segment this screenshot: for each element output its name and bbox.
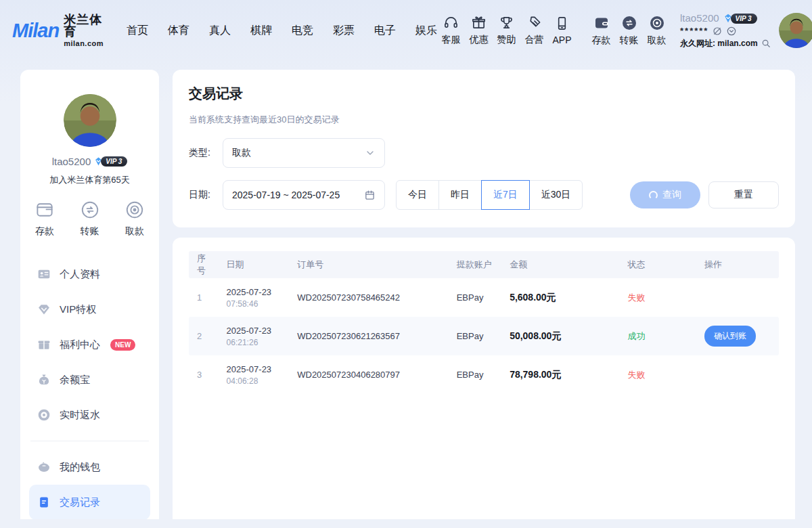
main-content: 交易记录 当前系统支持查询最近30日的交易记录 类型: 取款 日期: 2025-… [173, 70, 795, 519]
reset-button[interactable]: 重置 [708, 181, 779, 208]
range-today-button[interactable]: 今日 [396, 180, 439, 210]
header-customer-service[interactable]: 客服 [437, 15, 465, 46]
piggy-bank-icon [37, 460, 51, 474]
header-withdraw[interactable]: 取款 [643, 15, 671, 47]
type-select[interactable]: 取款 [223, 138, 385, 168]
range-30days-button[interactable]: 近30日 [529, 180, 583, 210]
query-button-label: 查询 [662, 189, 681, 201]
header-action-label: APP [553, 35, 572, 45]
sidebar-item-profile[interactable]: 个人资料 [29, 257, 150, 292]
range-yesterday-button[interactable]: 昨日 [438, 180, 482, 210]
wallet-icon [35, 200, 55, 220]
nav-esports[interactable]: 电竞 [292, 24, 313, 38]
row-status: 失败 [620, 369, 696, 381]
logo-domain-text: milan.com [64, 40, 104, 47]
header-action-label: 优惠 [470, 34, 489, 46]
nav-home[interactable]: 首页 [127, 24, 148, 38]
top-right-cluster: 客服 优惠 赞助 合营 APP [437, 13, 812, 49]
nav-slots[interactable]: 电子 [374, 24, 396, 38]
vip-level-pill: VIP 3 [731, 14, 757, 24]
quick-withdraw[interactable]: 取款 [125, 200, 145, 238]
filter-action-buttons: 查询 重置 [630, 181, 779, 208]
col-header-action: 操作 [696, 259, 779, 271]
header-transfer[interactable]: 转账 [615, 15, 643, 47]
query-button[interactable]: 查询 [630, 181, 700, 208]
sidebar-item-label: 实时返水 [60, 409, 100, 422]
gift-icon [37, 338, 51, 351]
user-avatar[interactable] [779, 13, 812, 48]
sidebar-item-transactions[interactable]: 交易记录 [29, 485, 150, 519]
id-card-icon [37, 267, 51, 281]
nav-sports[interactable]: 体育 [168, 24, 189, 38]
range-7days-button[interactable]: 近7日 [481, 180, 530, 210]
col-header-no: 序号 [189, 252, 219, 277]
table-row: 3 2025-07-23 04:06:28 WD2025072304062807… [189, 355, 779, 394]
sidebar-item-label: 福利中心 [60, 338, 100, 351]
sidebar-avatar[interactable] [64, 94, 116, 147]
header-partnership[interactable]: 合营 [520, 15, 548, 46]
rebate-circle-icon [37, 408, 51, 422]
row-time: 04:06:28 [227, 376, 281, 386]
new-badge: NEW [110, 339, 135, 351]
type-select-value: 取款 [232, 147, 251, 159]
wallet-icon [593, 15, 610, 31]
sidebar-item-label: 交易记录 [60, 496, 100, 509]
confirm-received-button[interactable]: 确认到账 [704, 326, 756, 347]
header-action-label: 合营 [525, 34, 544, 46]
filter-card: 交易记录 当前系统支持查询最近30日的交易记录 类型: 取款 日期: 2025-… [173, 70, 795, 227]
brand-logo[interactable]: Milan 米兰体育 milan.com [12, 14, 104, 47]
header-promotions[interactable]: 优惠 [465, 15, 493, 46]
vip-badge[interactable]: VIP 3 [723, 13, 757, 24]
row-index: 2 [189, 331, 219, 341]
chevron-down-circle-icon[interactable] [726, 26, 737, 37]
row-amount: 78,798.00元 [501, 369, 619, 381]
table-row: 2 2025-07-23 06:21:26 WD2025072306212635… [189, 317, 779, 355]
row-datetime: 2025-07-23 07:58:46 [219, 287, 290, 309]
quick-action-label: 转账 [81, 225, 99, 238]
sidebar-item-rebate[interactable]: 实时返水 [29, 397, 150, 433]
date-filter-row: 日期: 2025-07-19 ~ 2025-07-25 今日 昨日 近7日 近3… [189, 180, 779, 210]
header-sponsorship[interactable]: 赞助 [493, 15, 520, 46]
header-app-download[interactable]: APP [548, 16, 576, 45]
nav-cards[interactable]: 棋牌 [250, 24, 272, 38]
sidebar-vip-pill: VIP 3 [101, 156, 127, 167]
trophy-icon [499, 15, 514, 30]
sidebar-username: ltao5200 [52, 156, 91, 167]
row-order-no: WD202507230758465242 [289, 292, 448, 303]
header-deposit[interactable]: 存款 [587, 15, 615, 47]
sidebar-item-benefits[interactable]: 福利中心 NEW [29, 327, 150, 362]
page-title: 交易记录 [189, 85, 779, 103]
chevron-down-icon [365, 148, 376, 158]
page-subtitle: 当前系统支持查询最近30日的交易记录 [189, 114, 779, 126]
header-action-label: 赞助 [497, 34, 516, 46]
masked-balance-text: ****** [680, 26, 708, 36]
sidebar-item-wallet[interactable]: 我的钱包 [29, 449, 150, 485]
quick-deposit[interactable]: 存款 [35, 200, 55, 238]
magnifier-icon[interactable] [761, 39, 771, 48]
sidebar-item-yuebao[interactable]: 余额宝 [29, 362, 150, 397]
row-datetime: 2025-07-23 04:06:28 [219, 364, 290, 386]
row-date: 2025-07-23 [227, 326, 281, 336]
sidebar-vip-badge[interactable]: VIP 3 [93, 156, 127, 167]
top-bar: Milan 米兰体育 milan.com 首页 体育 真人 棋牌 电竞 彩票 电… [0, 0, 812, 61]
quick-transfer[interactable]: 转账 [80, 200, 100, 238]
row-time: 07:58:46 [227, 299, 281, 309]
row-action-cell: 确认到账 [696, 326, 779, 347]
nav-live[interactable]: 真人 [209, 24, 231, 38]
headset-icon [443, 15, 459, 30]
sidebar-item-label: VIP特权 [60, 303, 96, 316]
eye-off-icon[interactable] [712, 26, 723, 37]
transaction-note-icon [37, 496, 51, 509]
sidebar-item-label: 余额宝 [60, 374, 90, 387]
sidebar-item-label: 我的钱包 [60, 461, 100, 474]
calendar-icon [364, 190, 376, 201]
sidebar-item-vip[interactable]: VIP特权 [29, 292, 150, 327]
date-range-input[interactable]: 2025-07-19 ~ 2025-07-25 [223, 180, 385, 210]
row-account: EBPay [449, 370, 501, 380]
transactions-table-card: 序号 日期 订单号 提款账户 金额 状态 操作 1 2025-07-23 07:… [173, 238, 795, 519]
nav-lottery[interactable]: 彩票 [333, 24, 355, 38]
logo-script-text: Milan [12, 20, 59, 42]
sidebar-quick-actions: 存款 转账 取款 [29, 200, 150, 238]
nav-entertainment[interactable]: 娱乐 [415, 24, 437, 38]
transfer-icon [80, 200, 100, 220]
